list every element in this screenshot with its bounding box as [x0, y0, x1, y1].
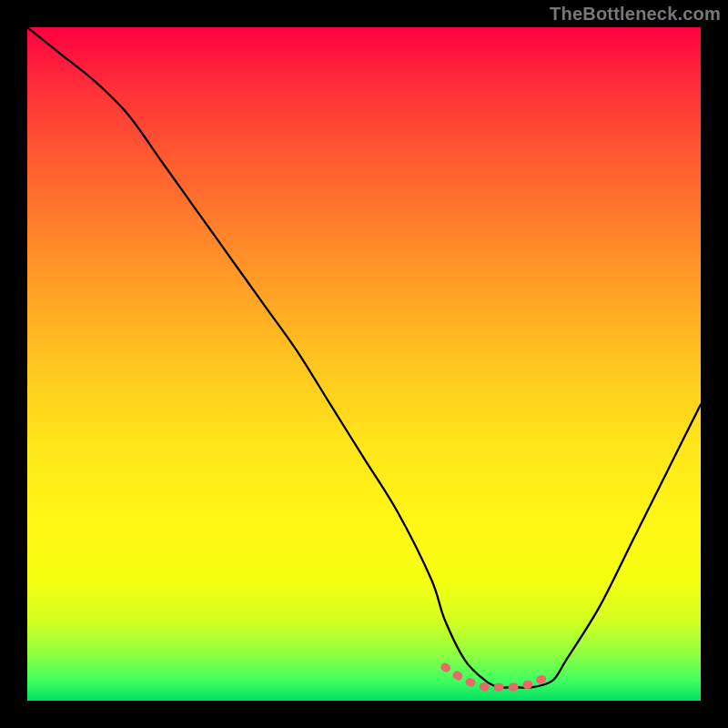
curve-svg [27, 27, 701, 701]
watermark-text: TheBottleneck.com [550, 4, 721, 25]
plot-area [27, 27, 701, 701]
bottleneck-curve-path [27, 27, 701, 688]
chart-stage: TheBottleneck.com [0, 0, 728, 728]
optimal-range-path [445, 667, 552, 687]
